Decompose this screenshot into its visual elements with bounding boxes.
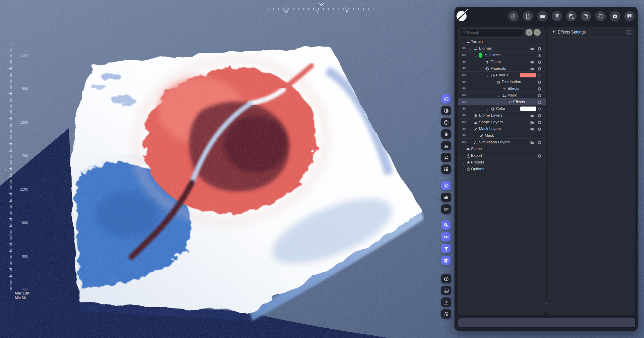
- tree-row-export[interactable]: Export: [458, 152, 546, 159]
- visibility-toggle[interactable]: [462, 46, 466, 52]
- save-edit-button[interactable]: [581, 11, 591, 21]
- folder-button[interactable]: [530, 113, 534, 119]
- tree-row-color[interactable]: Color: [458, 105, 546, 112]
- viewport-tool-auto-process[interactable]: [441, 220, 451, 230]
- add-button[interactable]: [537, 140, 542, 146]
- new-file-button[interactable]: [523, 11, 533, 21]
- folder-button[interactable]: [530, 60, 534, 66]
- layers-add-button[interactable]: [537, 53, 542, 59]
- tree-row-filters[interactable]: Filters: [458, 58, 546, 65]
- tree-row-effects[interactable]: Effects: [458, 85, 546, 92]
- panel-options-icon[interactable]: [626, 29, 632, 37]
- enabled-indicator[interactable]: [479, 53, 482, 58]
- viewport-tool-view-material[interactable]: [441, 106, 451, 115]
- visibility-toggle[interactable]: [462, 66, 466, 72]
- effects-settings-panel: Effects Settings: [547, 27, 635, 315]
- panel-divider-grip[interactable]: [546, 303, 547, 310]
- color-swatch[interactable]: [520, 73, 536, 77]
- visibility-toggle[interactable]: [462, 113, 466, 119]
- visibility-toggle[interactable]: [462, 86, 466, 92]
- tree-row-color-1[interactable]: Color 1: [458, 72, 546, 78]
- tree-row-mask-layers[interactable]: Mask Layers: [458, 125, 546, 132]
- visibility-toggle[interactable]: [462, 79, 466, 85]
- add-button[interactable]: [537, 86, 542, 92]
- add-button[interactable]: [537, 100, 542, 106]
- find-next-button[interactable]: [534, 29, 541, 36]
- bottom-command-bar[interactable]: [458, 318, 635, 327]
- help-button[interactable]: ?: [624, 11, 635, 21]
- tree-row-scene[interactable]: Scene: [458, 145, 546, 152]
- viewport-tool-preview-toggle[interactable]: [441, 232, 451, 242]
- left-panel-expander[interactable]: ›: [2, 166, 8, 174]
- visibility-toggle[interactable]: [462, 53, 466, 59]
- app-logo-icon[interactable]: [456, 10, 469, 23]
- viewport-tool-statistics[interactable]: [441, 309, 451, 319]
- compass-ribbon[interactable]: WNES: [262, 1, 382, 17]
- add-button[interactable]: [537, 46, 542, 52]
- viewport-tool-view-peaks[interactable]: [441, 153, 451, 162]
- home-button[interactable]: [508, 11, 519, 21]
- tree-row-shape-layers[interactable]: Shape Layers: [458, 119, 546, 125]
- visibility-toggle[interactable]: [462, 73, 466, 79]
- tree-row-biome-layers[interactable]: Biome Layers: [458, 112, 546, 119]
- add-button[interactable]: [537, 127, 542, 133]
- expand-right-icon[interactable]: [462, 167, 465, 173]
- folder-button[interactable]: [530, 46, 534, 52]
- tree-row-global[interactable]: Global: [458, 52, 546, 58]
- search-box[interactable]: [460, 28, 525, 36]
- visibility-toggle[interactable]: [462, 140, 466, 146]
- refresh-button[interactable]: [537, 73, 542, 79]
- refresh-button[interactable]: [537, 107, 542, 113]
- add-button[interactable]: [537, 66, 542, 72]
- folder-button[interactable]: [530, 127, 534, 133]
- viewport-tool-render-settings[interactable]: [441, 181, 451, 190]
- viewport-tool-layers-preview[interactable]: [441, 256, 451, 265]
- tree-row-terrain[interactable]: Terrain: [458, 38, 546, 45]
- screenshot-button[interactable]: [610, 11, 620, 21]
- viewport-tool-view-terrain[interactable]: [441, 141, 451, 150]
- visibility-toggle[interactable]: [462, 126, 466, 132]
- tree-row-simulation-layers[interactable]: Simulation Layers: [458, 139, 546, 145]
- tree-row-distribution[interactable]: Distribution: [458, 78, 546, 85]
- viewport-tool-view-erosion[interactable]: [441, 129, 451, 139]
- viewport-tool-snapshot-image[interactable]: [441, 286, 451, 295]
- save-as-button[interactable]: [566, 11, 577, 21]
- folder-button[interactable]: [530, 66, 534, 72]
- collapse-all-button[interactable]: [526, 29, 533, 36]
- visibility-toggle[interactable]: [462, 93, 466, 99]
- viewport-tool-view-wireframe[interactable]: [441, 118, 451, 127]
- viewport-tool-view-shaded[interactable]: [441, 94, 451, 104]
- add-button[interactable]: [537, 80, 542, 86]
- tree-row-biomes[interactable]: Biomes: [458, 45, 546, 52]
- viewport-tool-export-quick[interactable]: [441, 297, 451, 307]
- open-project-button[interactable]: [537, 11, 548, 21]
- add-button[interactable]: [537, 113, 542, 119]
- tree-row-presets[interactable]: Presets: [458, 159, 546, 165]
- search-input[interactable]: [467, 30, 517, 35]
- color-swatch[interactable]: [520, 107, 536, 111]
- viewport-tool-filter-preview[interactable]: [441, 244, 451, 253]
- visibility-toggle[interactable]: [462, 99, 466, 106]
- folder-button[interactable]: [530, 120, 534, 126]
- tree-row-mask[interactable]: Mask: [458, 132, 546, 139]
- viewport-tool-fog[interactable]: [441, 204, 451, 214]
- folder-button[interactable]: [530, 140, 534, 146]
- viewport-tool-record[interactable]: [441, 274, 451, 283]
- tree-row-options[interactable]: Options: [458, 165, 546, 172]
- panel-resize-grip[interactable]: [452, 303, 455, 309]
- add-button[interactable]: [537, 120, 542, 126]
- visibility-toggle[interactable]: [462, 106, 466, 112]
- visibility-toggle[interactable]: [462, 59, 466, 65]
- viewport-tool-sky-clouds[interactable]: [441, 193, 451, 202]
- add-button[interactable]: [537, 153, 542, 159]
- viewport-tool-view-grid[interactable]: [441, 164, 451, 174]
- sync-button[interactable]: [595, 11, 606, 21]
- tree-row-effects[interactable]: Effects: [458, 98, 546, 105]
- save-button[interactable]: [552, 11, 562, 21]
- tree-row-materials[interactable]: Materials: [458, 65, 546, 72]
- add-button[interactable]: [537, 60, 542, 66]
- visibility-toggle[interactable]: [462, 120, 466, 126]
- tree-row-mask[interactable]: Mask: [458, 92, 546, 98]
- visibility-toggle[interactable]: [462, 133, 466, 139]
- add-button[interactable]: [537, 93, 542, 99]
